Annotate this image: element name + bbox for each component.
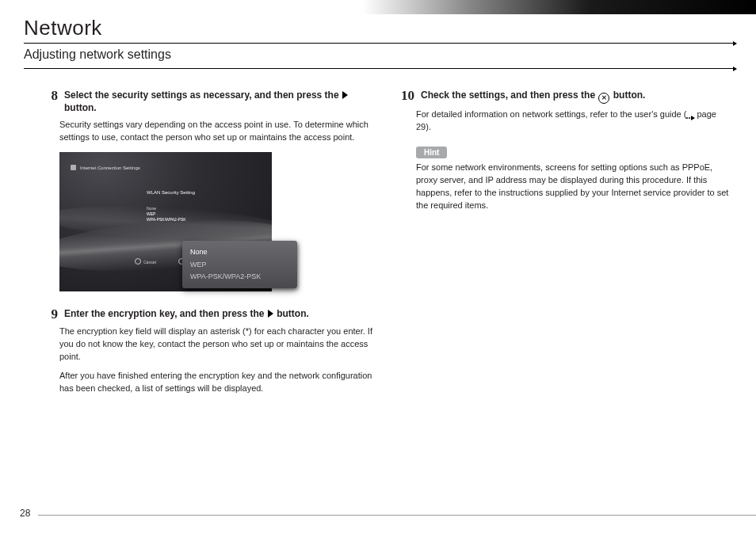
- step-8: 8 Select the security settings as necess…: [59, 89, 376, 291]
- column-right: 10 Check the settings, and then press th…: [416, 89, 733, 501]
- step-title: Select the security settings as necessar…: [64, 89, 376, 114]
- step-body-text: Security settings vary depending on the …: [59, 119, 376, 144]
- settings-icon: [71, 165, 76, 170]
- right-triangle-icon: [342, 91, 348, 99]
- step-body-text: The encryption key field will display an…: [59, 326, 376, 364]
- hint-text: For some network environments, screens f…: [416, 162, 733, 212]
- page-ref-icon: [686, 116, 695, 120]
- right-triangle-icon: [268, 310, 273, 318]
- hint-badge: Hint: [416, 147, 447, 158]
- header-gradient: [0, 0, 756, 14]
- x-button-icon: ✕: [598, 93, 609, 104]
- shot-label: WLAN Security Setting: [147, 190, 195, 195]
- security-options-popup: None WEP WPA-PSK/WPA2-PSK: [182, 241, 297, 288]
- column-left: 8 Select the security settings as necess…: [59, 89, 376, 501]
- page-subtitle: Adjusting network settings: [24, 48, 171, 62]
- subtitle-rule: [24, 68, 736, 69]
- step-number: 8: [42, 89, 58, 102]
- step-title: Check the settings, and then press the ✕…: [421, 89, 645, 104]
- step-9: 9 Enter the encryption key, and then pre…: [59, 307, 376, 395]
- step-number: 10: [399, 89, 414, 102]
- title-rule: [24, 43, 736, 44]
- security-setting-screenshot: Internet Connection Settings WLAN Securi…: [59, 152, 272, 291]
- step-body-text: After you have finished entering the enc…: [59, 370, 376, 395]
- popup-option-wpa: WPA-PSK/WPA2-PSK: [190, 271, 289, 283]
- popup-option-none: None: [190, 246, 289, 258]
- page-number-rule: [38, 515, 756, 516]
- step-number: 9: [42, 307, 58, 321]
- shot-current-value: None WEP WPA-PSK/WPA2-PSK: [147, 206, 186, 223]
- step-body-text: For detailed information on network sett…: [416, 109, 733, 134]
- step-10: 10 Check the settings, and then press th…: [416, 89, 733, 212]
- popup-option-wep: WEP: [190, 259, 289, 271]
- section-title: Network: [24, 16, 102, 40]
- page-number: 28: [20, 508, 30, 519]
- step-title: Enter the encryption key, and then press…: [64, 307, 309, 320]
- shot-breadcrumb: Internet Connection Settings: [71, 165, 140, 170]
